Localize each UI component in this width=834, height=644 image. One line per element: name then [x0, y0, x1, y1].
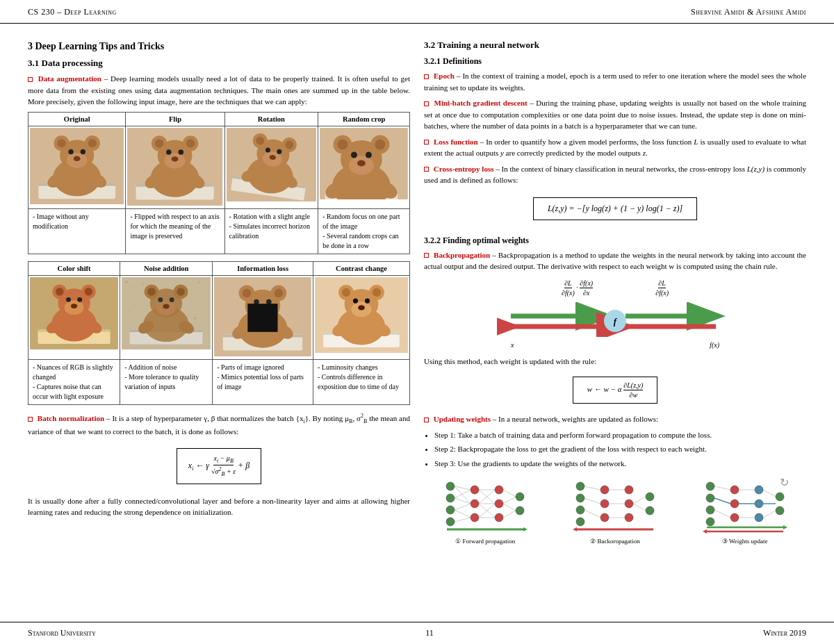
minibatch-para: Mini-batch gradient descent – During the…: [424, 97, 806, 132]
frac-w-update: ∂L(z,y) ∂w: [623, 381, 643, 399]
svg-point-125: [373, 288, 381, 297]
loss-text: – In order to quantify how a given model…: [424, 138, 806, 158]
frac-dL-dfx: ∂L ∂f(x): [562, 279, 575, 297]
steps-list: Step 1: Take a batch of training data an…: [434, 429, 806, 470]
svg-line-164: [503, 490, 516, 497]
svg-point-179: [625, 513, 633, 522]
col-flip: Flip: [126, 112, 224, 126]
w-update-text: Using this method, each weight is update…: [424, 356, 806, 368]
w-formula-text: w ← w − α ∂L(z,y) ∂w: [587, 385, 644, 393]
batch-norm-bullet: [28, 417, 33, 422]
svg-point-200: [755, 499, 763, 508]
svg-point-57: [366, 151, 372, 158]
svg-point-129: [358, 305, 365, 310]
svg-line-183: [584, 498, 600, 504]
refresh-icon[interactable]: ↻: [780, 476, 789, 489]
frac-den-dfx2: ∂f(x): [655, 288, 669, 297]
svg-marker-216: [703, 529, 707, 534]
svg-line-184: [584, 510, 600, 518]
svg-point-145: [495, 486, 503, 494]
main-content: 3 Deep Learning Tips and Tricks 3.1 Data…: [0, 24, 834, 572]
svg-point-53: [338, 139, 348, 149]
svg-point-175: [600, 499, 609, 508]
section32-title: 3.2 Training a neural network: [424, 40, 806, 51]
svg-point-69: [85, 288, 93, 296]
loss-bullet: [424, 140, 429, 145]
svg-point-128: [365, 298, 370, 303]
svg-rect-84: [130, 309, 131, 311]
color-shift-img-cell: [28, 275, 120, 359]
svg-point-181: [646, 506, 654, 515]
svg-line-182: [584, 486, 600, 490]
label-x: x: [511, 341, 514, 349]
desc-rotation: - Rotation with a slight angle- Simulate…: [224, 208, 318, 254]
svg-point-143: [471, 499, 479, 508]
section322-title: 3.2.2 Finding optimal weights: [424, 236, 806, 246]
batch-norm-para: Batch normalization – It is a step of hy…: [28, 412, 410, 437]
svg-point-197: [730, 499, 739, 508]
svg-point-124: [342, 288, 350, 297]
contrast-img-cell: [313, 275, 410, 359]
svg-point-108: [243, 288, 252, 297]
svg-point-148: [516, 493, 524, 501]
batch-norm-formula: xi ← γ xi − μB √σ2B + ε + β: [177, 448, 261, 484]
w-formula-box: w ← w − α ∂L(z,y) ∂w: [573, 377, 658, 404]
rotation-bear-img: [227, 128, 317, 201]
footer: Stanford University 11 Winter 2019: [0, 622, 834, 644]
svg-point-194: [706, 506, 714, 514]
label-fx: f(x): [710, 341, 719, 349]
svg-rect-81: [170, 285, 172, 286]
nn-label-forward: ① Forward propagation: [424, 538, 547, 545]
svg-point-7: [57, 138, 65, 147]
ce-formula-text: L(z,y) = −[y log(z) + (1 − y) log(1 − z)…: [548, 204, 682, 213]
svg-point-11: [81, 149, 85, 154]
col-noise: Noise addition: [120, 261, 213, 275]
svg-point-56: [351, 151, 357, 158]
svg-point-198: [730, 513, 739, 522]
batch-norm-formula-container: xi ← γ xi − μB √σ2B + ε + β: [28, 443, 410, 489]
desc-contrast: - Luminosity changes- Controls differenc…: [313, 360, 410, 405]
svg-point-146: [495, 499, 503, 508]
header-right: Shervine Amidi & Afshine Amidi: [691, 7, 806, 17]
ce-formula-box: L(z,y) = −[y log(z) + (1 − y) log(1 − z)…: [533, 197, 697, 220]
svg-line-208: [714, 510, 730, 518]
batch-norm-text2: It is usually done after a fully connect…: [28, 495, 410, 518]
svg-line-212: [763, 511, 776, 518]
page: CS 230 – Deep Learning Shervine Amidi & …: [0, 0, 834, 644]
svg-line-207: [714, 486, 730, 490]
col-rotation: Rotation: [224, 112, 318, 126]
backprop-para: Backpropagation – Backpropagation is a m…: [424, 249, 806, 272]
svg-point-173: [576, 518, 584, 526]
section31-title: 3.1 Data processing: [28, 58, 410, 69]
left-column: 3 Deep Learning Tips and Tricks 3.1 Data…: [28, 34, 410, 545]
svg-line-188: [633, 497, 646, 504]
nn-diagram-backprop: ② Backoropagation: [554, 476, 677, 545]
epoch-para: Epoch – In the context of training a mod…: [424, 70, 806, 93]
ce-bullet: [424, 167, 429, 172]
col-contrast: Contrast change: [313, 261, 410, 275]
svg-point-171: [576, 494, 584, 502]
svg-point-199: [755, 486, 763, 494]
col-color-shift: Color shift: [28, 261, 120, 275]
random-crop-img-cell: [318, 126, 410, 208]
svg-point-25: [179, 149, 183, 154]
nn-diagrams-container: ↻: [424, 476, 806, 545]
epoch-text: – In the context of training a model, ep…: [424, 72, 806, 92]
col-original: Original: [28, 112, 126, 126]
bp-arrows-svg: f: [497, 302, 733, 337]
minibatch-bullet: [424, 101, 429, 106]
svg-rect-78: [134, 287, 136, 288]
minibatch-term: Mini-batch gradient descent: [434, 99, 528, 107]
svg-rect-79: [142, 283, 143, 285]
desc-original: - Image without any modification: [28, 208, 126, 254]
svg-point-71: [66, 297, 71, 302]
deriv-right: ∂L ∂f(x): [655, 279, 669, 297]
desc-random-crop: - Random focus on one part of the image-…: [318, 208, 410, 254]
svg-point-149: [516, 506, 524, 515]
svg-point-202: [776, 493, 784, 501]
backprop-bullet: [424, 253, 429, 258]
frac-num-dL2: ∂L: [658, 279, 666, 288]
original-img-cell: [28, 126, 126, 208]
svg-line-167: [503, 511, 516, 518]
svg-point-8: [88, 138, 97, 147]
